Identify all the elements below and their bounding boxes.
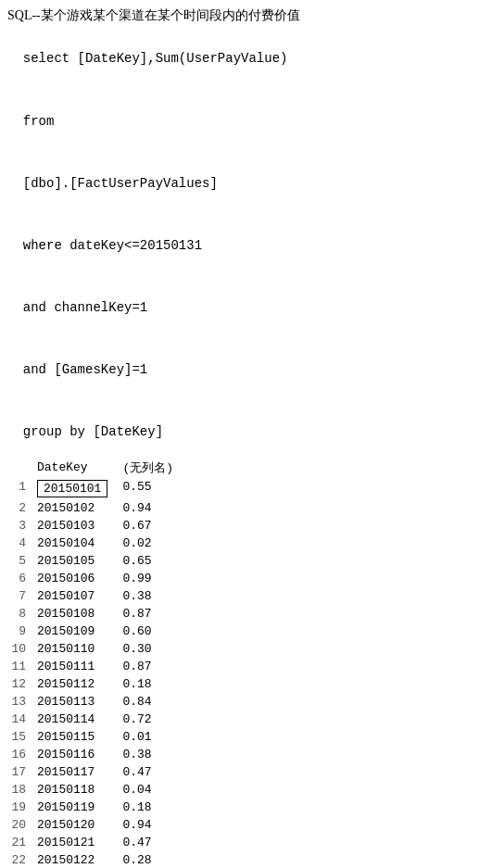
table-row: 4201501040.02 [7, 535, 184, 552]
row-number: 15 [7, 728, 33, 746]
sql-title: SQL--某个游戏某个渠道在某个时间段内的付费价值 [7, 7, 497, 24]
sql-line1: select [DateKey],Sum(UserPayValue) [23, 51, 288, 66]
sql-line5: and channelKey=1 [23, 300, 147, 315]
row-number: 7 [7, 587, 33, 605]
row-date: 20150112 [33, 675, 119, 693]
table-row: 17201501170.47 [7, 763, 184, 781]
row-value: 0.18 [119, 675, 184, 693]
row-number: 19 [7, 799, 33, 816]
results-table: DateKey (无列名) 1201501010.552201501020.94… [7, 458, 184, 868]
row-value: 0.65 [119, 552, 184, 570]
table-row: 8201501080.87 [7, 605, 184, 623]
table-row: 14201501140.72 [7, 711, 184, 728]
row-date: 20150111 [33, 658, 119, 675]
row-number: 10 [7, 640, 33, 658]
row-date: 20150116 [33, 746, 119, 763]
row-date: 20150108 [33, 605, 119, 623]
row-value: 0.99 [119, 570, 184, 587]
row-number: 8 [7, 605, 33, 623]
row-date: 20150117 [33, 763, 119, 781]
row-date: 20150106 [33, 570, 119, 587]
row-number: 14 [7, 711, 33, 728]
row-value: 0.47 [119, 763, 184, 781]
row-number: 17 [7, 763, 33, 781]
col-datekey-header: DateKey [33, 458, 119, 478]
sql-line4: where dateKey<=20150131 [23, 238, 202, 253]
table-row: 1201501010.55 [7, 478, 184, 499]
row-value: 0.60 [119, 623, 184, 640]
row-date: 20150118 [33, 781, 119, 799]
row-value: 0.04 [119, 781, 184, 799]
row-number: 13 [7, 693, 33, 711]
row-number: 16 [7, 746, 33, 763]
sql-block: select [DateKey],Sum(UserPayValue) from … [7, 28, 497, 443]
table-row: 6201501060.99 [7, 570, 184, 587]
row-date: 20150102 [33, 499, 119, 517]
row-value: 0.01 [119, 728, 184, 746]
row-number: 3 [7, 517, 33, 535]
col-value-header: (无列名) [119, 458, 184, 478]
row-date: 20150101 [33, 478, 119, 499]
sql-line2: from [23, 114, 55, 129]
row-number: 2 [7, 499, 33, 517]
row-date: 20150104 [33, 535, 119, 552]
row-value: 0.38 [119, 587, 184, 605]
row-number: 1 [7, 478, 33, 499]
table-row: 5201501050.65 [7, 552, 184, 570]
row-value: 0.94 [119, 816, 184, 834]
table-row: 13201501130.84 [7, 693, 184, 711]
table-row: 3201501030.67 [7, 517, 184, 535]
row-value: 0.55 [119, 478, 184, 499]
row-date: 20150110 [33, 640, 119, 658]
table-row: 16201501160.38 [7, 746, 184, 763]
table-row: 11201501110.87 [7, 658, 184, 675]
row-date: 20150122 [33, 851, 119, 868]
row-number: 20 [7, 816, 33, 834]
row-value: 0.47 [119, 834, 184, 851]
table-row: 20201501200.94 [7, 816, 184, 834]
table-row: 15201501150.01 [7, 728, 184, 746]
table-row: 7201501070.38 [7, 587, 184, 605]
row-number: 11 [7, 658, 33, 675]
row-value: 0.84 [119, 693, 184, 711]
table-row: 12201501120.18 [7, 675, 184, 693]
table-row: 2201501020.94 [7, 499, 184, 517]
sql-line7: group by [DateKey] [23, 424, 163, 439]
row-value: 0.38 [119, 746, 184, 763]
row-date: 20150115 [33, 728, 119, 746]
table-row: 19201501190.18 [7, 799, 184, 816]
row-number: 5 [7, 552, 33, 570]
row-date: 20150105 [33, 552, 119, 570]
row-number: 12 [7, 675, 33, 693]
sql-line6: and [GamesKey]=1 [23, 362, 147, 377]
row-number: 21 [7, 834, 33, 851]
sql-line3: [dbo].[FactUserPayValues] [23, 176, 218, 191]
col-num-header [7, 458, 33, 478]
row-date: 20150107 [33, 587, 119, 605]
row-number: 22 [7, 851, 33, 868]
row-value: 0.02 [119, 535, 184, 552]
row-value: 0.30 [119, 640, 184, 658]
table-row: 18201501180.04 [7, 781, 184, 799]
row-number: 4 [7, 535, 33, 552]
row-value: 0.18 [119, 799, 184, 816]
row-value: 0.72 [119, 711, 184, 728]
row-number: 9 [7, 623, 33, 640]
row-number: 6 [7, 570, 33, 587]
row-value: 0.28 [119, 851, 184, 868]
table-row: 22201501220.28 [7, 851, 184, 868]
table-header: DateKey (无列名) [7, 458, 184, 478]
row-date: 20150113 [33, 693, 119, 711]
row-value: 0.87 [119, 605, 184, 623]
table-row: 9201501090.60 [7, 623, 184, 640]
row-value: 0.94 [119, 499, 184, 517]
row-date: 20150120 [33, 816, 119, 834]
row-number: 18 [7, 781, 33, 799]
row-value: 0.67 [119, 517, 184, 535]
row-date: 20150109 [33, 623, 119, 640]
row-date: 20150114 [33, 711, 119, 728]
row-date: 20150119 [33, 799, 119, 816]
table-row: 10201501100.30 [7, 640, 184, 658]
row-value: 0.87 [119, 658, 184, 675]
table-row: 21201501210.47 [7, 834, 184, 851]
